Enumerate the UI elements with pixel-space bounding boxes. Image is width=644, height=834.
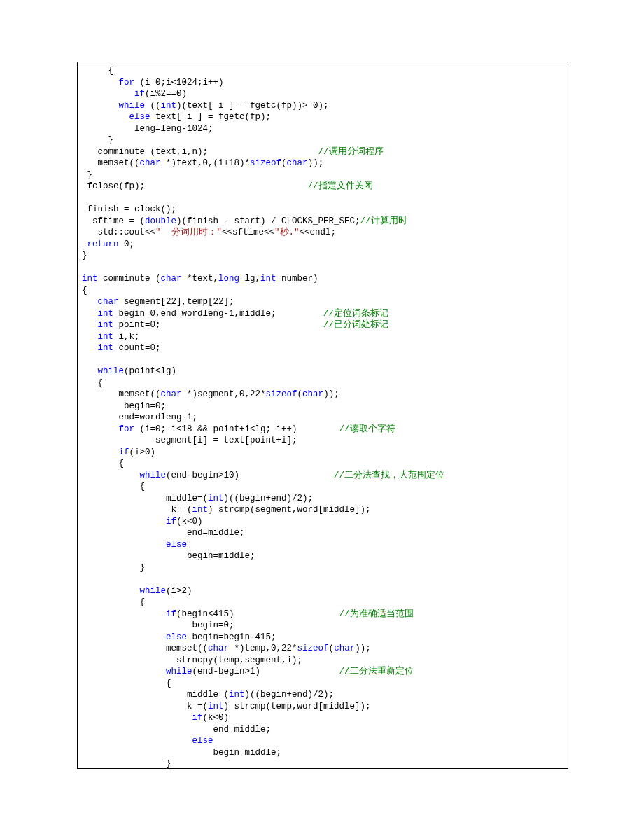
code-line: int begin=0,end=wordleng-1,middle; //定位词… — [82, 308, 564, 320]
code-line: int i,k; — [82, 331, 564, 343]
code-line: { — [82, 597, 564, 609]
code-line: begin=middle; — [82, 747, 564, 759]
code-frame: { for (i=0;i<1024;i++) if(i%2==0) while … — [77, 62, 568, 769]
code-line: int comminute (char *text,long lg,int nu… — [82, 273, 564, 285]
code-line — [82, 193, 564, 204]
code-line: k =(int) strcmp(segment,word[middle]); — [82, 504, 564, 516]
code-line — [82, 574, 564, 585]
code-line: else — [82, 735, 564, 747]
code-line: end=wordleng-1; — [82, 412, 564, 424]
code-line: comminute (text,i,n); //调用分词程序 — [82, 146, 564, 158]
code-line: else begin=begin-415; — [82, 632, 564, 644]
code-line: begin=0; — [82, 620, 564, 632]
code-line: else text[ i ] = fgetc(fp); — [82, 111, 564, 123]
code-line: { — [82, 481, 564, 493]
code-line: fclose(fp); //指定文件关闭 — [82, 181, 564, 193]
code-line: k =(int) strcmp(temp,word[middle]); — [82, 701, 564, 713]
code-line: } — [82, 758, 564, 769]
code-line: { — [82, 678, 564, 690]
code-line: end=middle; — [82, 527, 564, 539]
code-line: middle=(int)((begin+end)/2); — [82, 493, 564, 505]
code-line: while(end-begin>10) //二分法查找，大范围定位 — [82, 470, 564, 482]
code-line: { — [82, 458, 564, 470]
code-line: while(point<lg) — [82, 366, 564, 377]
code-line — [82, 262, 564, 274]
code-line: for (i=0; i<18 && point+i<lg; i++) //读取个… — [82, 424, 564, 436]
code-line: memset((char *)text,0,(i+18)*sizeof(char… — [82, 158, 564, 169]
code-line: leng=leng-1024; — [82, 123, 564, 135]
code-line — [82, 354, 564, 366]
code-line: else — [82, 539, 564, 551]
code-line: while(i>2) — [82, 585, 564, 597]
code-line: } — [82, 562, 564, 574]
code-line: finish = clock(); — [82, 204, 564, 216]
code-line: if(i%2==0) — [82, 88, 564, 100]
code-line: while(end-begin>1) //二分法重新定位 — [82, 666, 564, 678]
code-line: sftime = (double)(finish - start) / CLOC… — [82, 216, 564, 228]
code-line: int point=0; //已分词处标记 — [82, 319, 564, 331]
code-line: char segment[22],temp[22]; — [82, 296, 564, 308]
code-line: memset((char *)temp,0,22*sizeof(char)); — [82, 643, 564, 655]
code-line: if(begin<415) //为准确适当范围 — [82, 609, 564, 620]
code-line: strncpy(temp,segment,i); — [82, 655, 564, 667]
code-line: return 0; — [82, 239, 564, 251]
code-line: end=middle; — [82, 724, 564, 736]
code-line: if(i>0) — [82, 447, 564, 459]
code-line: { — [82, 285, 564, 297]
code-line: int count=0; — [82, 342, 564, 354]
code-line: segment[i] = text[point+i]; — [82, 435, 564, 447]
code-line: begin=middle; — [82, 550, 564, 562]
code-line: } — [82, 169, 564, 181]
code-line: } — [82, 250, 564, 262]
page: { for (i=0;i<1024;i++) if(i%2==0) while … — [0, 0, 644, 834]
code-block: { for (i=0;i<1024;i++) if(i%2==0) while … — [82, 65, 564, 769]
code-line: if(k<0) — [82, 712, 564, 724]
code-line: for (i=0;i<1024;i++) — [82, 77, 564, 89]
code-line: } — [82, 134, 564, 146]
code-line: std::cout<<" 分词用时："<<sftime<<"秒."<<endl; — [82, 227, 564, 239]
code-line: while ((int)(text[ i ] = fgetc(fp))>=0); — [82, 100, 564, 112]
code-line: { — [82, 377, 564, 389]
code-line: begin=0; — [82, 401, 564, 412]
code-line: memset((char *)segment,0,22*sizeof(char)… — [82, 389, 564, 401]
code-line: middle=(int)((begin+end)/2); — [82, 689, 564, 701]
code-line: { — [82, 65, 564, 77]
code-line: if(k<0) — [82, 516, 564, 528]
